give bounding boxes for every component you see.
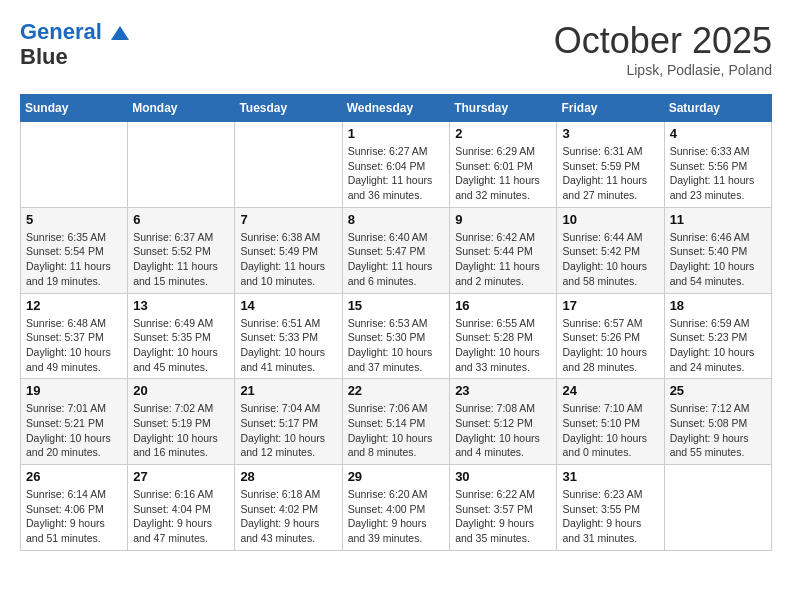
day-info: Sunrise: 7:06 AMSunset: 5:14 PMDaylight:… [348, 401, 445, 460]
day-number: 19 [26, 383, 122, 398]
calendar-cell: 30Sunrise: 6:22 AMSunset: 3:57 PMDayligh… [450, 465, 557, 551]
day-info: Sunrise: 6:27 AMSunset: 6:04 PMDaylight:… [348, 144, 445, 203]
day-number: 8 [348, 212, 445, 227]
day-info: Sunrise: 7:12 AMSunset: 5:08 PMDaylight:… [670, 401, 766, 460]
calendar-week-2: 5Sunrise: 6:35 AMSunset: 5:54 PMDaylight… [21, 207, 772, 293]
day-number: 2 [455, 126, 551, 141]
calendar-cell: 29Sunrise: 6:20 AMSunset: 4:00 PMDayligh… [342, 465, 450, 551]
day-number: 29 [348, 469, 445, 484]
calendar-cell: 23Sunrise: 7:08 AMSunset: 5:12 PMDayligh… [450, 379, 557, 465]
day-number: 6 [133, 212, 229, 227]
calendar-cell: 16Sunrise: 6:55 AMSunset: 5:28 PMDayligh… [450, 293, 557, 379]
day-number: 11 [670, 212, 766, 227]
day-number: 25 [670, 383, 766, 398]
calendar-cell: 9Sunrise: 6:42 AMSunset: 5:44 PMDaylight… [450, 207, 557, 293]
header-day-thursday: Thursday [450, 95, 557, 122]
location-subtitle: Lipsk, Podlasie, Poland [554, 62, 772, 78]
day-info: Sunrise: 6:42 AMSunset: 5:44 PMDaylight:… [455, 230, 551, 289]
day-number: 10 [562, 212, 658, 227]
calendar-week-4: 19Sunrise: 7:01 AMSunset: 5:21 PMDayligh… [21, 379, 772, 465]
calendar-cell: 17Sunrise: 6:57 AMSunset: 5:26 PMDayligh… [557, 293, 664, 379]
day-info: Sunrise: 6:35 AMSunset: 5:54 PMDaylight:… [26, 230, 122, 289]
day-number: 18 [670, 298, 766, 313]
calendar-cell: 3Sunrise: 6:31 AMSunset: 5:59 PMDaylight… [557, 122, 664, 208]
calendar-cell: 10Sunrise: 6:44 AMSunset: 5:42 PMDayligh… [557, 207, 664, 293]
day-number: 13 [133, 298, 229, 313]
day-info: Sunrise: 6:23 AMSunset: 3:55 PMDaylight:… [562, 487, 658, 546]
day-number: 14 [240, 298, 336, 313]
day-number: 31 [562, 469, 658, 484]
calendar-cell: 5Sunrise: 6:35 AMSunset: 5:54 PMDaylight… [21, 207, 128, 293]
logo: General Blue [20, 20, 131, 70]
calendar-cell: 24Sunrise: 7:10 AMSunset: 5:10 PMDayligh… [557, 379, 664, 465]
day-number: 17 [562, 298, 658, 313]
header-day-saturday: Saturday [664, 95, 771, 122]
day-info: Sunrise: 6:59 AMSunset: 5:23 PMDaylight:… [670, 316, 766, 375]
day-info: Sunrise: 6:40 AMSunset: 5:47 PMDaylight:… [348, 230, 445, 289]
day-number: 5 [26, 212, 122, 227]
day-number: 20 [133, 383, 229, 398]
calendar-cell [128, 122, 235, 208]
calendar-cell: 31Sunrise: 6:23 AMSunset: 3:55 PMDayligh… [557, 465, 664, 551]
calendar-week-1: 1Sunrise: 6:27 AMSunset: 6:04 PMDaylight… [21, 122, 772, 208]
day-number: 12 [26, 298, 122, 313]
header-row: SundayMondayTuesdayWednesdayThursdayFrid… [21, 95, 772, 122]
header-day-sunday: Sunday [21, 95, 128, 122]
day-number: 4 [670, 126, 766, 141]
day-number: 1 [348, 126, 445, 141]
day-info: Sunrise: 6:16 AMSunset: 4:04 PMDaylight:… [133, 487, 229, 546]
day-info: Sunrise: 6:51 AMSunset: 5:33 PMDaylight:… [240, 316, 336, 375]
day-info: Sunrise: 6:14 AMSunset: 4:06 PMDaylight:… [26, 487, 122, 546]
calendar-cell: 6Sunrise: 6:37 AMSunset: 5:52 PMDaylight… [128, 207, 235, 293]
day-number: 21 [240, 383, 336, 398]
calendar-cell: 13Sunrise: 6:49 AMSunset: 5:35 PMDayligh… [128, 293, 235, 379]
calendar-cell: 8Sunrise: 6:40 AMSunset: 5:47 PMDaylight… [342, 207, 450, 293]
day-info: Sunrise: 6:31 AMSunset: 5:59 PMDaylight:… [562, 144, 658, 203]
calendar-cell: 18Sunrise: 6:59 AMSunset: 5:23 PMDayligh… [664, 293, 771, 379]
calendar-cell: 28Sunrise: 6:18 AMSunset: 4:02 PMDayligh… [235, 465, 342, 551]
day-number: 15 [348, 298, 445, 313]
calendar-cell: 4Sunrise: 6:33 AMSunset: 5:56 PMDaylight… [664, 122, 771, 208]
day-number: 28 [240, 469, 336, 484]
calendar-table: SundayMondayTuesdayWednesdayThursdayFrid… [20, 94, 772, 551]
header-day-friday: Friday [557, 95, 664, 122]
day-number: 26 [26, 469, 122, 484]
day-info: Sunrise: 6:46 AMSunset: 5:40 PMDaylight:… [670, 230, 766, 289]
day-info: Sunrise: 6:20 AMSunset: 4:00 PMDaylight:… [348, 487, 445, 546]
day-info: Sunrise: 7:02 AMSunset: 5:19 PMDaylight:… [133, 401, 229, 460]
day-info: Sunrise: 6:48 AMSunset: 5:37 PMDaylight:… [26, 316, 122, 375]
day-info: Sunrise: 6:55 AMSunset: 5:28 PMDaylight:… [455, 316, 551, 375]
logo-icon [109, 22, 131, 44]
day-number: 30 [455, 469, 551, 484]
svg-rect-1 [116, 34, 124, 40]
day-number: 22 [348, 383, 445, 398]
day-number: 23 [455, 383, 551, 398]
day-info: Sunrise: 6:57 AMSunset: 5:26 PMDaylight:… [562, 316, 658, 375]
calendar-cell [21, 122, 128, 208]
month-title: October 2025 [554, 20, 772, 62]
day-number: 7 [240, 212, 336, 227]
calendar-cell: 12Sunrise: 6:48 AMSunset: 5:37 PMDayligh… [21, 293, 128, 379]
day-info: Sunrise: 7:08 AMSunset: 5:12 PMDaylight:… [455, 401, 551, 460]
day-info: Sunrise: 7:10 AMSunset: 5:10 PMDaylight:… [562, 401, 658, 460]
day-info: Sunrise: 6:33 AMSunset: 5:56 PMDaylight:… [670, 144, 766, 203]
header-day-wednesday: Wednesday [342, 95, 450, 122]
calendar-cell: 22Sunrise: 7:06 AMSunset: 5:14 PMDayligh… [342, 379, 450, 465]
header-day-monday: Monday [128, 95, 235, 122]
logo-text-block: General Blue [20, 20, 131, 70]
day-number: 24 [562, 383, 658, 398]
calendar-cell: 11Sunrise: 6:46 AMSunset: 5:40 PMDayligh… [664, 207, 771, 293]
day-info: Sunrise: 6:44 AMSunset: 5:42 PMDaylight:… [562, 230, 658, 289]
day-info: Sunrise: 6:53 AMSunset: 5:30 PMDaylight:… [348, 316, 445, 375]
calendar-body: 1Sunrise: 6:27 AMSunset: 6:04 PMDaylight… [21, 122, 772, 551]
page-header: General Blue October 2025 Lipsk, Podlasi… [20, 20, 772, 78]
day-info: Sunrise: 6:22 AMSunset: 3:57 PMDaylight:… [455, 487, 551, 546]
header-day-tuesday: Tuesday [235, 95, 342, 122]
day-number: 3 [562, 126, 658, 141]
day-info: Sunrise: 7:04 AMSunset: 5:17 PMDaylight:… [240, 401, 336, 460]
calendar-cell: 1Sunrise: 6:27 AMSunset: 6:04 PMDaylight… [342, 122, 450, 208]
day-number: 16 [455, 298, 551, 313]
calendar-cell: 27Sunrise: 6:16 AMSunset: 4:04 PMDayligh… [128, 465, 235, 551]
day-info: Sunrise: 6:38 AMSunset: 5:49 PMDaylight:… [240, 230, 336, 289]
calendar-cell: 19Sunrise: 7:01 AMSunset: 5:21 PMDayligh… [21, 379, 128, 465]
